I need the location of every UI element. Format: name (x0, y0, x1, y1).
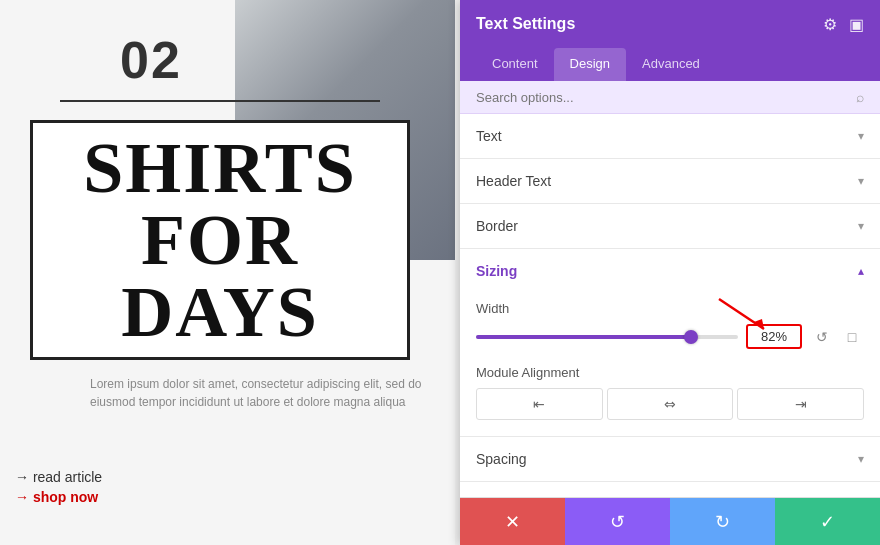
settings-icon[interactable]: ⚙ (823, 15, 837, 34)
width-slider-track[interactable] (476, 335, 738, 339)
search-row: ⌕ (460, 81, 880, 114)
reset-width-button[interactable]: ↺ (810, 325, 834, 349)
align-center-button[interactable]: ⇔ (607, 388, 734, 420)
panel-header: Text Settings ⚙ ▣ (460, 0, 880, 48)
panel-body: ⌕ Text ▾ Header Text ▾ Border ▾ Sizing ▴… (460, 81, 880, 497)
redo-button[interactable]: ↻ (670, 498, 775, 545)
tab-content[interactable]: Content (476, 48, 554, 81)
section-header-text-label: Header Text (476, 173, 551, 189)
chevron-header-text: ▾ (858, 174, 864, 188)
undo-button[interactable]: ↺ (565, 498, 670, 545)
alignment-buttons: ⇤ ⇔ ⇥ (476, 388, 864, 420)
tab-advanced[interactable]: Advanced (626, 48, 716, 81)
section-sizing: Sizing ▴ Width (460, 249, 880, 437)
sizing-label: Sizing (476, 263, 517, 279)
section-border[interactable]: Border ▾ (460, 204, 880, 249)
save-button[interactable]: ✓ (775, 498, 880, 545)
section-border-label: Border (476, 218, 518, 234)
shop-now-link[interactable]: → shop now (15, 489, 102, 505)
settings-panel: Text Settings ⚙ ▣ Content Design Advance… (460, 0, 880, 545)
layout-icon[interactable]: ▣ (849, 15, 864, 34)
section-text-label: Text (476, 128, 502, 144)
cancel-button[interactable]: ✕ (460, 498, 565, 545)
section-animation[interactable]: Animation ▾ (460, 482, 880, 497)
align-right-button[interactable]: ⇥ (737, 388, 864, 420)
sizing-body: Width ↺ □ (460, 293, 880, 436)
shirts-box: SHIRTSFORDAYS (30, 120, 410, 360)
canvas-divider (60, 100, 380, 102)
chevron-border: ▾ (858, 219, 864, 233)
responsive-width-button[interactable]: □ (840, 325, 864, 349)
header-icons: ⚙ ▣ (823, 15, 864, 34)
chevron-spacing: ▾ (858, 452, 864, 466)
links-area: → read article → shop now (15, 469, 102, 505)
panel-tabs: Content Design Advanced (460, 48, 880, 81)
width-control: ↺ □ (476, 324, 864, 349)
slider-fill (476, 335, 691, 339)
red-arrow-indicator (714, 294, 774, 334)
section-spacing-label: Spacing (476, 451, 527, 467)
section-text[interactable]: Text ▾ (460, 114, 880, 159)
search-input[interactable] (476, 90, 856, 105)
read-article-link[interactable]: → read article (15, 469, 102, 485)
shirts-heading: SHIRTSFORDAYS (83, 132, 357, 348)
tab-design[interactable]: Design (554, 48, 626, 81)
panel-footer: ✕ ↺ ↻ ✓ (460, 497, 880, 545)
width-actions: ↺ □ (810, 325, 864, 349)
canvas-number: 02 (120, 30, 182, 90)
chevron-text: ▾ (858, 129, 864, 143)
search-icon: ⌕ (856, 89, 864, 105)
panel-title: Text Settings (476, 15, 575, 33)
section-spacing[interactable]: Spacing ▾ (460, 437, 880, 482)
width-label: Width (476, 301, 864, 316)
align-left-button[interactable]: ⇤ (476, 388, 603, 420)
sizing-header[interactable]: Sizing ▴ (460, 249, 880, 293)
chevron-sizing: ▴ (858, 264, 864, 278)
canvas-area: 02 SHIRTSFORDAYS Lorem ipsum dolor sit a… (0, 0, 455, 545)
lorem-text: Lorem ipsum dolor sit amet, consectetur … (90, 375, 430, 411)
slider-thumb[interactable] (684, 330, 698, 344)
section-header-text[interactable]: Header Text ▾ (460, 159, 880, 204)
alignment-label: Module Alignment (476, 365, 864, 380)
svg-line-0 (719, 299, 764, 329)
